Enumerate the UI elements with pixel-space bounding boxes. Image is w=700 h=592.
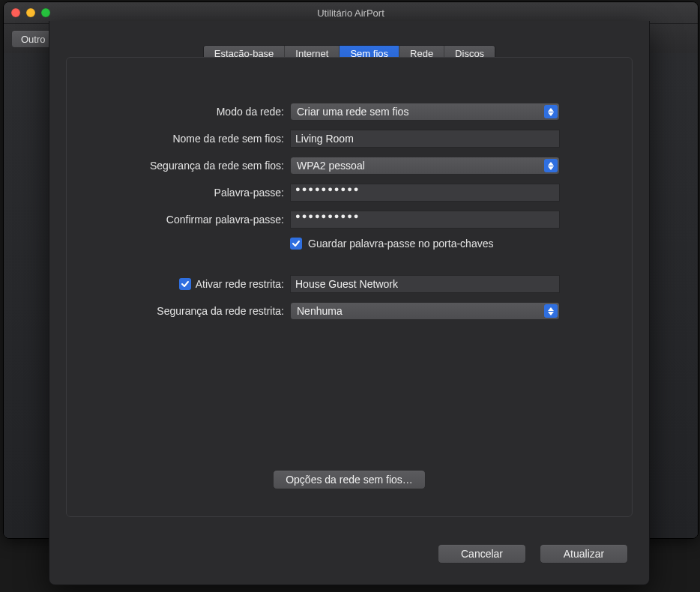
tabs-container: Estação-base Internet Sem fios Rede Disc… xyxy=(49,21,649,62)
wireless-form: Modo da rede: Criar uma rede sem fios xyxy=(67,103,632,320)
keychain-label: Guardar palavra-passe no porta-chaves xyxy=(308,238,493,250)
update-button[interactable]: Atualizar xyxy=(540,544,628,564)
security-label: Segurança da rede sem fios: xyxy=(67,160,290,172)
network-name-input[interactable] xyxy=(290,130,560,148)
window-title: Utilitário AirPort xyxy=(4,7,698,19)
security-value: WPA2 pessoal xyxy=(297,160,365,172)
settings-panel: Modo da rede: Criar uma rede sem fios xyxy=(66,57,633,517)
settings-sheet: Estação-base Internet Sem fios Rede Disc… xyxy=(49,21,650,585)
wireless-options-button[interactable]: Opções da rede sem fios… xyxy=(273,470,426,489)
security-select[interactable]: WPA2 pessoal xyxy=(290,157,560,175)
footer-buttons: Cancelar Atualizar xyxy=(438,544,628,564)
network-mode-label: Modo da rede: xyxy=(67,106,290,118)
network-name-label: Nome da rede sem fios: xyxy=(67,133,290,145)
network-mode-select[interactable]: Criar uma rede sem fios xyxy=(290,103,560,121)
updown-icon xyxy=(544,159,558,172)
network-mode-value: Criar uma rede sem fios xyxy=(297,106,408,118)
guest-security-label: Segurança da rede restrita: xyxy=(67,305,290,317)
password-input[interactable]: ●●●●●●●●●● xyxy=(290,184,560,202)
traffic-lights xyxy=(11,8,50,17)
updown-icon xyxy=(544,304,558,318)
minimize-icon[interactable] xyxy=(26,8,35,17)
guest-enable-checkbox[interactable] xyxy=(179,278,191,290)
guest-security-select[interactable]: Nenhuma xyxy=(290,302,560,320)
cancel-button[interactable]: Cancelar xyxy=(438,544,526,564)
confirm-password-input[interactable]: ●●●●●●●●●● xyxy=(290,211,560,229)
keychain-checkbox[interactable] xyxy=(290,238,302,250)
password-label: Palavra-passe: xyxy=(67,187,290,199)
guest-name-input[interactable] xyxy=(290,275,560,293)
zoom-icon[interactable] xyxy=(41,8,50,17)
close-icon[interactable] xyxy=(11,8,20,17)
confirm-password-label: Confirmar palavra-passe: xyxy=(67,214,290,226)
guest-enable-label: Ativar rede restrita: xyxy=(196,278,284,290)
updown-icon xyxy=(544,105,558,118)
guest-security-value: Nenhuma xyxy=(297,305,343,317)
